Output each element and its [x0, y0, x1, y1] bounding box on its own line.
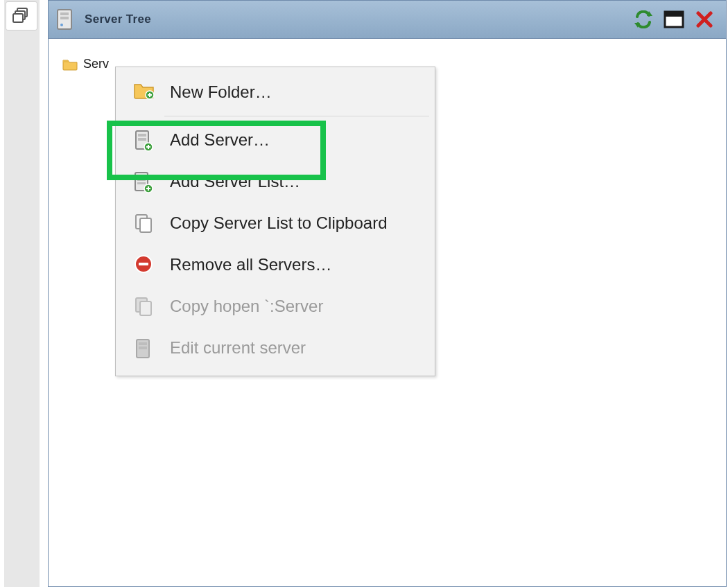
- tree-context-menu: New Folder… Add Server…: [115, 67, 435, 376]
- window-icon: [664, 10, 684, 28]
- folder-icon: [62, 58, 78, 71]
- svg-rect-32: [139, 263, 148, 265]
- server-icon: [55, 8, 73, 31]
- svg-rect-36: [139, 342, 147, 345]
- svg-rect-30: [140, 218, 151, 232]
- svg-rect-10: [665, 12, 683, 17]
- refresh-button[interactable]: [633, 9, 654, 30]
- menu-item-copy-hopen-server: Copy hopen `:Server: [116, 286, 435, 327]
- menu-item-label: Add Server List…: [170, 172, 300, 191]
- menu-item-label: Add Server…: [170, 130, 270, 150]
- svg-rect-17: [138, 134, 146, 137]
- svg-rect-25: [137, 182, 146, 184]
- menu-item-add-server[interactable]: Add Server…: [116, 119, 435, 161]
- copy-disabled-icon: [134, 296, 155, 317]
- menu-item-new-folder[interactable]: New Folder…: [116, 71, 435, 113]
- refresh-icon: [633, 10, 654, 28]
- app-left-rail-gutter: [4, 0, 40, 587]
- svg-rect-2: [13, 14, 23, 22]
- remove-icon: [134, 254, 155, 275]
- window-button[interactable]: [664, 9, 684, 30]
- folder-add-icon: [134, 82, 155, 103]
- menu-separator: [164, 116, 429, 116]
- menu-item-label: New Folder…: [170, 82, 272, 102]
- panel-title-actions: [633, 9, 726, 30]
- tree-root-node[interactable]: Serv: [62, 57, 109, 71]
- svg-rect-4: [60, 12, 69, 15]
- copy-icon: [134, 213, 155, 234]
- server-list-add-icon: [134, 171, 155, 192]
- app-left-rail: [0, 0, 40, 587]
- menu-item-label: Copy Server List to Clipboard: [170, 213, 387, 233]
- svg-rect-37: [139, 347, 147, 349]
- stacked-windows-icon: [12, 7, 31, 25]
- server-tree: Serv: [62, 57, 109, 71]
- server-tree-panel: Server Tree: [48, 0, 728, 587]
- menu-item-edit-current-server: Edit current server: [116, 327, 435, 369]
- menu-item-label: Remove all Servers…: [170, 255, 331, 274]
- menu-item-add-server-list[interactable]: Add Server List…: [116, 161, 435, 202]
- svg-point-6: [60, 24, 63, 26]
- svg-rect-24: [137, 179, 146, 181]
- menu-item-copy-server-list[interactable]: Copy Server List to Clipboard: [116, 202, 435, 244]
- rail-tab-server-tree[interactable]: [6, 1, 37, 30]
- server-add-icon: [134, 130, 155, 150]
- menu-item-remove-all-servers[interactable]: Remove all Servers…: [116, 244, 435, 286]
- tree-root-label: Serv: [83, 57, 109, 71]
- menu-item-label: Copy hopen `:Server: [170, 297, 323, 316]
- server-edit-disabled-icon: [134, 338, 155, 358]
- close-button[interactable]: [694, 9, 715, 30]
- svg-rect-34: [140, 301, 151, 315]
- panel-title: Server Tree: [85, 12, 151, 26]
- menu-item-label: Edit current server: [170, 338, 306, 358]
- close-icon: [695, 10, 713, 28]
- panel-body: Serv New Folder…: [48, 39, 727, 587]
- panel-titlebar: Server Tree: [48, 0, 727, 39]
- svg-rect-5: [60, 17, 69, 19]
- svg-rect-18: [138, 138, 146, 141]
- svg-rect-23: [137, 175, 146, 177]
